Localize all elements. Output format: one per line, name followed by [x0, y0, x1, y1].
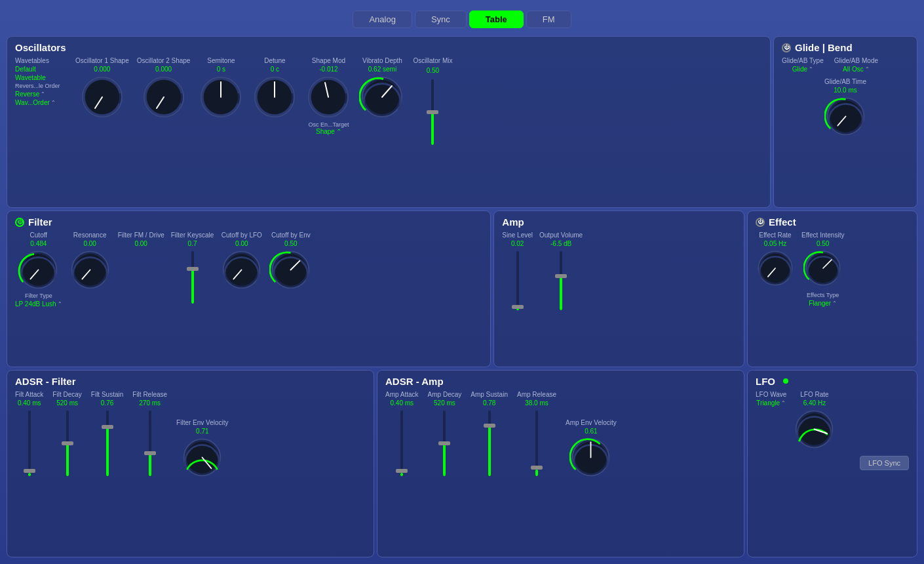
glide-title: ⏻ Glide | Bend [782, 42, 909, 53]
filt-release-fill [149, 453, 151, 476]
adsr-filter-group: Filt Attack 0.40 ms Filt Decay 520 ms [15, 391, 366, 479]
cutoff-env-knob[interactable] [269, 249, 312, 291]
reverse-label: Revers...le Order [15, 83, 60, 89]
filt-sustain-track [106, 411, 109, 476]
amp-decay-thumb[interactable] [438, 441, 450, 445]
wavetable-default[interactable]: Default [15, 66, 67, 73]
tab-fm[interactable]: FM [526, 10, 571, 28]
filter-power-icon[interactable]: ⏻ [15, 218, 24, 227]
output-volume-label: Output Volume [539, 232, 583, 239]
osc-mix-thumb[interactable] [427, 110, 438, 114]
osc-controls-row: Wavetables Default Wavetable Revers...le… [15, 57, 762, 148]
cutoff-env-value: 0.50 [284, 240, 297, 247]
glide-ab-type-value-row: Glide ⌃ [792, 66, 813, 73]
filter-type-label: Filter Type [25, 292, 52, 299]
row-filter-amp-effect: ⏻ Filter Cutoff 0.484 [7, 211, 917, 367]
order-value[interactable]: Wav...Order [15, 99, 50, 106]
amp-sustain-thumb[interactable] [484, 424, 495, 428]
lfo-wave-arrow: ⌃ [781, 400, 786, 406]
detune-knob[interactable] [252, 74, 298, 120]
glide-ab-mode-label: Glide/AB Mode [834, 57, 878, 64]
amp-decay-value: 520 ms [434, 399, 455, 407]
effects-type-value[interactable]: Flanger [809, 300, 831, 307]
effect-title: ⏻ Effect [756, 216, 909, 228]
cutoff-knob[interactable] [17, 249, 60, 291]
filter-type-value[interactable]: LP 24dB Lush [15, 300, 56, 308]
detune-knob-item: Detune 0 c [252, 57, 298, 120]
resonance-knob[interactable] [69, 249, 111, 291]
cutoff-env-knob-item: Cutoff by Env 0.50 [269, 232, 312, 291]
effect-intensity-knob[interactable] [803, 249, 843, 288]
tab-table[interactable]: Table [469, 10, 524, 28]
filt-sustain-label: Filt Sustain [91, 391, 123, 398]
amp-release-track [535, 411, 538, 476]
lfo-sync-button[interactable]: LFO Sync [860, 456, 909, 470]
filter-fm-label: Filter FM / Drive [118, 232, 164, 239]
panel-adsr-filter: ADSR - Filter Filt Attack 0.40 ms [7, 370, 374, 557]
lfo-wave-value-row: Triangle ⌃ [756, 399, 786, 407]
effect-rate-value: 0.05 Hz [764, 240, 786, 247]
glide-ab-mode-value[interactable]: All Osc [843, 66, 864, 73]
lfo-rate-item: LFO Rate 6.40 Hz [793, 391, 836, 451]
glide-power-icon[interactable]: ⏻ [782, 43, 791, 52]
filter-env-vel-knob[interactable] [181, 436, 223, 479]
lfo-wave-value[interactable]: Triangle [756, 399, 780, 407]
adsr-amp-group: Amp Attack 0.40 ms Amp Decay 520 ms [385, 391, 736, 479]
filt-release-thumb[interactable] [144, 451, 156, 455]
output-volume-fill [560, 275, 562, 310]
lfo-dot [783, 378, 788, 384]
tab-sync[interactable]: Sync [415, 10, 467, 28]
glide-ab-time-knob[interactable] [824, 95, 867, 138]
cutoff-lfo-knob-item: Cutoff by LFO 0.00 [220, 232, 263, 291]
osc-mix-item: Oscillator Mix 0.50 [413, 57, 452, 148]
reverse-value[interactable]: Reverse [15, 91, 39, 98]
effect-intensity-knob-item: Effect Intensity 0.50 Effects Type Flang… [801, 232, 844, 307]
amp-release-thumb[interactable] [531, 466, 543, 470]
resonance-knob-item: Resonance 0.00 [69, 232, 111, 291]
filter-type-value-row: LP 24dB Lush ⌃ [15, 300, 62, 308]
filter-keyscale-item: Filter Keyscale 0.7 [171, 232, 214, 306]
glide-ab-mode-value-row: All Osc ⌃ [843, 66, 870, 73]
amp-decay-label: Amp Decay [428, 391, 462, 398]
semitone-knob[interactable] [198, 74, 244, 120]
filt-attack-track [28, 411, 31, 476]
vibrato-depth-value: 0.62 semi [368, 66, 396, 73]
effect-rate-label: Effect Rate [759, 232, 791, 239]
output-volume-track [560, 251, 562, 310]
panel-filter: ⏻ Filter Cutoff 0.484 [7, 211, 491, 367]
lfo-rate-knob[interactable] [793, 408, 836, 451]
effect-intensity-label: Effect Intensity [801, 232, 844, 239]
wavetable-value[interactable]: Wavetable [15, 74, 67, 81]
osc1-shape-knob[interactable] [79, 74, 125, 120]
osc-en-target-value[interactable]: Shape [316, 128, 335, 135]
cutoff-lfo-knob[interactable] [220, 249, 263, 291]
amp-release-value: 38.0 ms [525, 399, 549, 407]
glide-ab-type-value[interactable]: Glide [792, 66, 807, 73]
filter-knob-group: Cutoff 0.484 Filter Type LP 24dB Lush [15, 232, 482, 308]
shape-mod-knob[interactable] [305, 74, 351, 120]
effect-rate-knob[interactable] [756, 249, 795, 288]
sine-level-thumb[interactable] [512, 305, 524, 309]
effect-power-icon[interactable]: ⏻ [756, 218, 765, 227]
filt-decay-track [66, 411, 69, 476]
osc1-shape-knob-item: Oscillator 1 Shape 0.000 [75, 57, 129, 120]
amp-env-vel-knob[interactable] [569, 436, 612, 479]
filt-decay-thumb[interactable] [62, 441, 73, 445]
filter-keyscale-thumb[interactable] [187, 267, 199, 271]
vibrato-depth-knob[interactable] [359, 74, 405, 120]
osc2-shape-knob[interactable] [141, 74, 187, 120]
effect-intensity-value: 0.50 [817, 240, 829, 247]
amp-sustain-fill [488, 425, 491, 476]
lfo-sync-row: LFO Sync [756, 456, 909, 470]
osc-mix-track [431, 79, 434, 145]
effect-knob-group: Effect Rate 0.05 Hz Effect Intensity 0.5… [756, 232, 909, 307]
output-volume-thumb[interactable] [555, 274, 567, 278]
filt-sustain-value: 0.76 [101, 399, 113, 407]
tab-analog[interactable]: Analog [353, 10, 412, 28]
glide-ab-time-value: 10.0 ms [834, 87, 857, 94]
amp-attack-thumb[interactable] [396, 469, 408, 473]
filt-attack-thumb[interactable] [24, 469, 35, 473]
tab-bar: Analog Sync Table FM [7, 7, 917, 32]
lfo-wave-label: LFO Wave [756, 391, 786, 398]
filt-sustain-thumb[interactable] [102, 425, 113, 429]
